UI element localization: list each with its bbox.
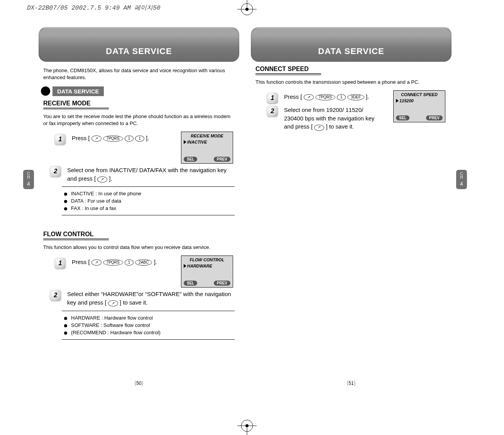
keypad-key-icon: 2ABC bbox=[135, 259, 152, 266]
keypad-key-icon: 7PQRS bbox=[103, 135, 123, 142]
phone-screen: RECEIVE MODE INACTIVE SEL PREV bbox=[181, 132, 233, 164]
nav-key-icon: ↗ bbox=[304, 94, 314, 100]
underline-rule bbox=[255, 73, 321, 76]
page-number-value: 51 bbox=[348, 381, 353, 386]
step-text: Press [ ↗ 7PQRS 1 1 ]. bbox=[72, 134, 169, 142]
step-text: Select one from INACTIVE/ DATA/FAX with … bbox=[67, 166, 235, 183]
step-badge: 1 bbox=[55, 258, 66, 269]
step-row: 2 Select one from 19200/ 11520/ 230400 b… bbox=[260, 106, 381, 131]
chapter-tab-number: 4 bbox=[460, 181, 463, 187]
screen-item-label: HARDWARE bbox=[187, 264, 212, 268]
file-header: DX-22B07/05 2002.7.5 9:49 AM 페이지50 bbox=[27, 4, 161, 12]
step-prefix: Press [ bbox=[72, 135, 90, 141]
softkey-prev: PREV bbox=[426, 115, 443, 120]
nav-key-icon: ↗ bbox=[97, 176, 107, 183]
phone-screen: FLOW CONTROL HARDWARE SEL PREV bbox=[181, 256, 233, 288]
page-left: C H 4 DATA SERVICE The phone, CDM8150X, … bbox=[39, 23, 239, 371]
step-badge: 2 bbox=[50, 290, 61, 301]
step-row: 2 Select one from INACTIVE/ DATA/FAX wit… bbox=[43, 166, 235, 183]
banner-title: DATA SERVICE bbox=[318, 46, 384, 56]
keypad-key-icon: 1 bbox=[125, 259, 134, 266]
svg-point-3 bbox=[245, 8, 249, 11]
step-text: Select either “HARDWARE”or “SOFTWARE” wi… bbox=[67, 290, 235, 307]
page-number-value: 50 bbox=[136, 381, 141, 386]
step-text-part: Select either “HARDWARE”or “SOFTWARE” wi… bbox=[67, 291, 231, 306]
list-item: SOFTWARE : Software flow control bbox=[64, 322, 232, 329]
subsection-desc: This function controls the transmission … bbox=[255, 79, 447, 86]
keypad-key-icon: 1 bbox=[337, 94, 346, 100]
softkey-prev: PREV bbox=[214, 281, 230, 286]
step-row: 1 Press [ ↗ 7PQRS 1 2ABC ]. bbox=[48, 258, 169, 269]
page-right: C H 4 DATA SERVICE CONNECT SPEED This fu… bbox=[251, 23, 452, 371]
step-suffix: ]. bbox=[154, 259, 157, 265]
keypad-key-icon: 1 bbox=[125, 135, 134, 142]
key-sequence: ↗ 7PQRS 1 2ABC bbox=[91, 259, 152, 266]
nav-key-icon: ↗ bbox=[108, 300, 118, 306]
note-text: SOFTWARE : Software flow control bbox=[71, 322, 150, 328]
step-badge: 1 bbox=[55, 134, 66, 145]
step-text: Press [ ↗ 7PQRS 1 2ABC ]. bbox=[72, 258, 169, 266]
list-item: HARDWARE : Hardware flow control bbox=[64, 314, 232, 322]
nav-key-icon: ↗ bbox=[91, 135, 101, 142]
subsection-title: FLOW CONTROL bbox=[43, 231, 239, 238]
triangle-icon bbox=[184, 264, 186, 268]
nav-key-icon: ↗ bbox=[314, 125, 324, 131]
list-item: (RECOMMEND : Hardware flow control) bbox=[64, 329, 232, 336]
step-badge: 2 bbox=[267, 106, 278, 117]
step-row: 2 Select either “HARDWARE”or “SOFTWARE” … bbox=[43, 290, 235, 307]
section-banner: DATA SERVICE bbox=[39, 27, 239, 62]
screen-item-label: INACTIVE bbox=[187, 140, 207, 144]
phone-screen: CONNECT SPEED 115200 SEL PREV bbox=[393, 90, 445, 122]
step-text-part: ] to save it. bbox=[326, 123, 354, 130]
nav-key-icon: ↗ bbox=[91, 259, 101, 266]
section-banner: DATA SERVICE bbox=[251, 27, 452, 62]
step-text-part: ]. bbox=[109, 175, 112, 182]
step-suffix: ]. bbox=[146, 135, 149, 141]
subsection-desc: This function allows you to control data… bbox=[43, 244, 235, 251]
keypad-key-icon: 7PQRS bbox=[103, 259, 123, 266]
subsection-title: CONNECT SPEED bbox=[255, 66, 452, 73]
page-number: (51) bbox=[347, 380, 356, 386]
step-text: Select one from 19200/ 11520/ 230400 bps… bbox=[284, 106, 381, 131]
step-badge: 2 bbox=[50, 166, 61, 177]
step-prefix: Press [ bbox=[72, 259, 90, 265]
softkey-prev: PREV bbox=[214, 157, 230, 162]
keypad-key-icon: 3DEF bbox=[347, 94, 364, 100]
chapter-tab-label: C H bbox=[460, 172, 463, 179]
step-badge: 1 bbox=[267, 93, 278, 103]
screen-selected-item: HARDWARE bbox=[181, 263, 233, 280]
step-text-part: Select one from INACTIVE/ DATA/FAX with … bbox=[67, 167, 227, 182]
chapter-tab: C H 4 bbox=[456, 170, 467, 189]
note-text: DATA : For use of data bbox=[71, 198, 121, 204]
keypad-key-icon: 7PQRS bbox=[315, 94, 335, 100]
key-sequence: ↗ 7PQRS 1 3DEF bbox=[304, 94, 364, 100]
softkey-sel: SEL bbox=[184, 157, 197, 162]
screen-title: FLOW CONTROL bbox=[181, 256, 233, 263]
underline-rule bbox=[43, 108, 109, 110]
banner-title: DATA SERVICE bbox=[106, 46, 172, 56]
step-row: 1 Press [ ↗ 7PQRS 1 1 ]. bbox=[48, 134, 169, 145]
subsection-title: RECEIVE MODE bbox=[43, 100, 239, 107]
key-sequence: ↗ 7PQRS 1 1 bbox=[91, 135, 144, 142]
step-prefix: Press [ bbox=[284, 93, 302, 100]
screen-selected-item: INACTIVE bbox=[181, 139, 233, 156]
bullet-icon bbox=[41, 86, 50, 96]
triangle-icon bbox=[184, 140, 186, 144]
softkey-sel: SEL bbox=[184, 281, 197, 286]
underline-rule bbox=[43, 239, 109, 241]
chip-label: DATA SERVICE bbox=[52, 86, 104, 96]
crop-mark-icon bbox=[235, 414, 259, 435]
page-number: (50) bbox=[135, 380, 144, 386]
step-text: Press [ ↗ 7PQRS 1 3DEF ]. bbox=[284, 93, 381, 101]
list-item: INACTIVE : In use of the phone bbox=[64, 190, 232, 197]
chapter-tab: C H 4 bbox=[23, 170, 34, 189]
step-suffix: ]. bbox=[366, 93, 369, 100]
list-item: DATA : For use of data bbox=[64, 197, 232, 205]
screen-title: CONNECT SPEED bbox=[394, 91, 445, 98]
screen-title: RECEIVE MODE bbox=[181, 132, 233, 139]
note-text: HARDWARE : Hardware flow control bbox=[71, 315, 153, 321]
list-item: FAX : In use of a fax bbox=[64, 205, 232, 212]
svg-point-7 bbox=[245, 424, 249, 427]
chapter-tab-number: 4 bbox=[27, 181, 30, 187]
note-box: HARDWARE : Hardware flow control SOFTWAR… bbox=[62, 311, 235, 340]
